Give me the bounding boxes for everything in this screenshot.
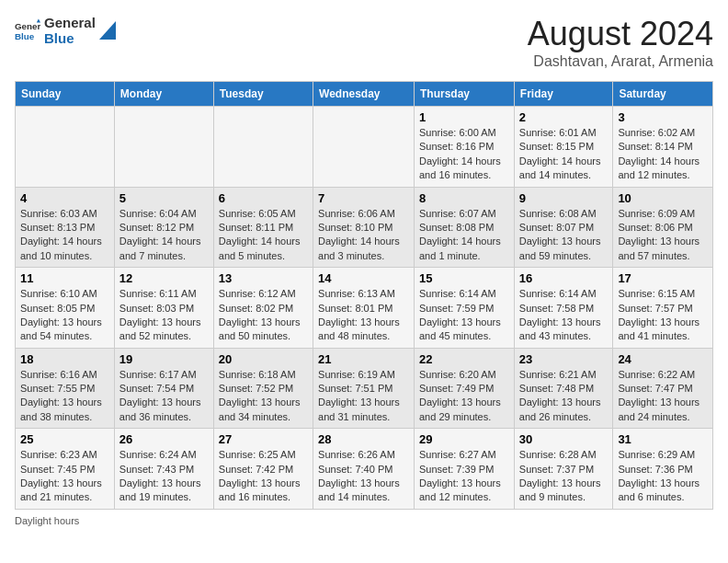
day-info: Sunrise: 6:10 AM Sunset: 8:05 PM Dayligh…: [20, 287, 109, 344]
day-info: Sunrise: 6:15 AM Sunset: 7:57 PM Dayligh…: [618, 287, 708, 344]
day-cell: 25Sunrise: 6:23 AM Sunset: 7:45 PM Dayli…: [16, 429, 115, 510]
day-cell: 18Sunrise: 6:16 AM Sunset: 7:55 PM Dayli…: [16, 348, 115, 429]
day-cell: 11Sunrise: 6:10 AM Sunset: 8:05 PM Dayli…: [16, 268, 115, 349]
week-row-5: 25Sunrise: 6:23 AM Sunset: 7:45 PM Dayli…: [16, 429, 713, 510]
day-cell: 31Sunrise: 6:29 AM Sunset: 7:36 PM Dayli…: [613, 429, 713, 510]
day-info: Sunrise: 6:11 AM Sunset: 8:03 PM Dayligh…: [119, 287, 209, 344]
day-cell: 29Sunrise: 6:27 AM Sunset: 7:39 PM Dayli…: [415, 429, 515, 510]
logo: General Blue General Blue: [15, 15, 116, 46]
day-info: Sunrise: 6:21 AM Sunset: 7:48 PM Dayligh…: [519, 368, 609, 425]
col-header-tuesday: Tuesday: [213, 82, 313, 107]
day-number: 8: [419, 191, 509, 205]
day-number: 3: [618, 110, 708, 124]
day-info: Sunrise: 6:27 AM Sunset: 7:39 PM Dayligh…: [419, 448, 509, 505]
day-cell: 6Sunrise: 6:05 AM Sunset: 8:11 PM Daylig…: [213, 187, 313, 268]
col-header-thursday: Thursday: [415, 82, 515, 107]
day-cell: 1Sunrise: 6:00 AM Sunset: 8:16 PM Daylig…: [415, 107, 515, 188]
day-info: Sunrise: 6:25 AM Sunset: 7:42 PM Dayligh…: [219, 448, 308, 505]
day-cell: 28Sunrise: 6:26 AM Sunset: 7:40 PM Dayli…: [313, 429, 415, 510]
day-number: 1: [419, 110, 509, 124]
day-cell: 17Sunrise: 6:15 AM Sunset: 7:57 PM Dayli…: [613, 268, 713, 349]
day-number: 16: [519, 271, 609, 285]
day-info: Sunrise: 6:14 AM Sunset: 7:58 PM Dayligh…: [519, 287, 609, 344]
col-header-friday: Friday: [514, 82, 613, 107]
day-cell: 3Sunrise: 6:02 AM Sunset: 8:14 PM Daylig…: [613, 107, 713, 188]
day-info: Sunrise: 6:23 AM Sunset: 7:45 PM Dayligh…: [20, 448, 109, 505]
day-cell: 10Sunrise: 6:09 AM Sunset: 8:06 PM Dayli…: [613, 187, 713, 268]
day-cell: [114, 107, 213, 188]
day-cell: 13Sunrise: 6:12 AM Sunset: 8:02 PM Dayli…: [213, 268, 313, 349]
day-info: Sunrise: 6:03 AM Sunset: 8:13 PM Dayligh…: [20, 207, 109, 264]
calendar-header: SundayMondayTuesdayWednesdayThursdayFrid…: [16, 82, 713, 107]
day-cell: 19Sunrise: 6:17 AM Sunset: 7:54 PM Dayli…: [114, 348, 213, 429]
day-info: Sunrise: 6:14 AM Sunset: 7:59 PM Dayligh…: [419, 287, 509, 344]
day-number: 23: [519, 352, 609, 366]
day-info: Sunrise: 6:01 AM Sunset: 8:15 PM Dayligh…: [519, 126, 609, 183]
day-info: Sunrise: 6:28 AM Sunset: 7:37 PM Dayligh…: [519, 448, 609, 505]
day-info: Sunrise: 6:04 AM Sunset: 8:12 PM Dayligh…: [119, 207, 209, 264]
page-subtitle: Dashtavan, Ararat, Armenia: [528, 53, 713, 70]
day-cell: 5Sunrise: 6:04 AM Sunset: 8:12 PM Daylig…: [114, 187, 213, 268]
day-cell: 9Sunrise: 6:08 AM Sunset: 8:07 PM Daylig…: [514, 187, 613, 268]
day-number: 15: [419, 271, 509, 285]
title-area: August 2024 Dashtavan, Ararat, Armenia: [528, 15, 713, 70]
logo-triangle-icon: [99, 21, 116, 40]
week-row-4: 18Sunrise: 6:16 AM Sunset: 7:55 PM Dayli…: [16, 348, 713, 429]
day-info: Sunrise: 6:13 AM Sunset: 8:01 PM Dayligh…: [318, 287, 409, 344]
day-cell: 12Sunrise: 6:11 AM Sunset: 8:03 PM Dayli…: [114, 268, 213, 349]
col-header-wednesday: Wednesday: [313, 82, 415, 107]
day-cell: 16Sunrise: 6:14 AM Sunset: 7:58 PM Dayli…: [514, 268, 613, 349]
day-info: Sunrise: 6:19 AM Sunset: 7:51 PM Dayligh…: [318, 368, 409, 425]
day-info: Sunrise: 6:29 AM Sunset: 7:36 PM Dayligh…: [618, 448, 708, 505]
day-info: Sunrise: 6:07 AM Sunset: 8:08 PM Dayligh…: [419, 207, 509, 264]
day-number: 28: [318, 432, 409, 446]
footer-note: Daylight hours: [15, 515, 713, 526]
day-info: Sunrise: 6:24 AM Sunset: 7:43 PM Dayligh…: [119, 448, 209, 505]
day-cell: 20Sunrise: 6:18 AM Sunset: 7:52 PM Dayli…: [213, 348, 313, 429]
col-header-sunday: Sunday: [16, 82, 115, 107]
logo-blue: Blue: [44, 30, 96, 46]
day-info: Sunrise: 6:20 AM Sunset: 7:49 PM Dayligh…: [419, 368, 509, 425]
day-info: Sunrise: 6:17 AM Sunset: 7:54 PM Dayligh…: [119, 368, 209, 425]
day-info: Sunrise: 6:26 AM Sunset: 7:40 PM Dayligh…: [318, 448, 409, 505]
day-cell: 24Sunrise: 6:22 AM Sunset: 7:47 PM Dayli…: [613, 348, 713, 429]
day-number: 11: [20, 271, 109, 285]
day-info: Sunrise: 6:08 AM Sunset: 8:07 PM Dayligh…: [519, 207, 609, 264]
day-number: 30: [519, 432, 609, 446]
day-number: 13: [219, 271, 308, 285]
day-number: 9: [519, 191, 609, 205]
day-info: Sunrise: 6:00 AM Sunset: 8:16 PM Dayligh…: [419, 126, 509, 183]
day-number: 12: [119, 271, 209, 285]
day-number: 18: [20, 352, 109, 366]
day-cell: [16, 107, 115, 188]
day-cell: 14Sunrise: 6:13 AM Sunset: 8:01 PM Dayli…: [313, 268, 415, 349]
day-cell: [213, 107, 313, 188]
day-info: Sunrise: 6:06 AM Sunset: 8:10 PM Dayligh…: [318, 207, 409, 264]
logo-icon: General Blue: [15, 17, 40, 43]
day-cell: 8Sunrise: 6:07 AM Sunset: 8:08 PM Daylig…: [415, 187, 515, 268]
calendar-table: SundayMondayTuesdayWednesdayThursdayFrid…: [15, 81, 713, 510]
page-title: August 2024: [528, 15, 713, 53]
day-number: 21: [318, 352, 409, 366]
day-info: Sunrise: 6:18 AM Sunset: 7:52 PM Dayligh…: [219, 368, 308, 425]
day-cell: 7Sunrise: 6:06 AM Sunset: 8:10 PM Daylig…: [313, 187, 415, 268]
day-number: 17: [618, 271, 708, 285]
svg-marker-3: [99, 21, 116, 40]
day-cell: 30Sunrise: 6:28 AM Sunset: 7:37 PM Dayli…: [514, 429, 613, 510]
daylight-label: Daylight hours: [15, 515, 79, 526]
day-number: 19: [119, 352, 209, 366]
day-cell: 26Sunrise: 6:24 AM Sunset: 7:43 PM Dayli…: [114, 429, 213, 510]
day-number: 14: [318, 271, 409, 285]
col-header-monday: Monday: [114, 82, 213, 107]
day-number: 22: [419, 352, 509, 366]
week-row-3: 11Sunrise: 6:10 AM Sunset: 8:05 PM Dayli…: [16, 268, 713, 349]
day-cell: 23Sunrise: 6:21 AM Sunset: 7:48 PM Dayli…: [514, 348, 613, 429]
day-number: 31: [618, 432, 708, 446]
week-row-2: 4Sunrise: 6:03 AM Sunset: 8:13 PM Daylig…: [16, 187, 713, 268]
day-cell: 15Sunrise: 6:14 AM Sunset: 7:59 PM Dayli…: [415, 268, 515, 349]
calendar-body: 1Sunrise: 6:00 AM Sunset: 8:16 PM Daylig…: [16, 107, 713, 510]
day-number: 6: [219, 191, 308, 205]
day-number: 20: [219, 352, 308, 366]
header: General Blue General Blue August 2024 Da…: [15, 15, 713, 70]
day-number: 5: [119, 191, 209, 205]
